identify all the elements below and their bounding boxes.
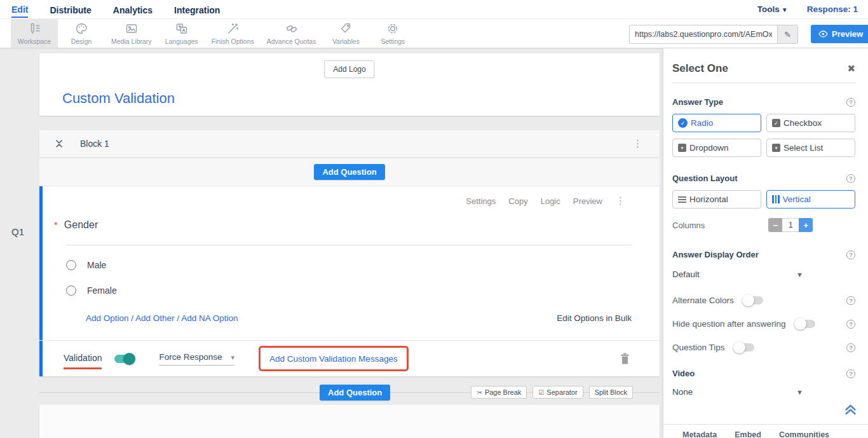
add-logo-button[interactable]: Add Logo (324, 60, 374, 78)
question-settings-link[interactable]: Settings (466, 196, 496, 206)
response-count-link[interactable]: Response: 1 (807, 4, 858, 14)
edit-options-in-bulk-link[interactable]: Edit Options in Bulk (557, 313, 632, 323)
columns-increment-button[interactable]: + (799, 218, 813, 232)
split-block-button[interactable]: Split Block (589, 386, 633, 399)
image-icon (125, 22, 139, 36)
question-text-row: * Gender (54, 219, 98, 231)
nav-tab-distribute[interactable]: Distribute (50, 2, 91, 17)
gear-icon (386, 22, 400, 36)
checkbox-icon: ✓ (772, 119, 780, 127)
caret-down-icon: ▼ (796, 388, 803, 396)
tab-communities[interactable]: Communities (779, 430, 829, 438)
help-icon[interactable]: ? (846, 343, 855, 352)
survey-footer-card (39, 405, 660, 438)
top-nav: Edit Distribute Analytics Integration To… (0, 0, 868, 19)
help-icon[interactable]: ? (846, 250, 855, 259)
validation-toggle[interactable] (114, 355, 133, 363)
close-panel-icon[interactable]: ✖ (847, 63, 855, 74)
panel-bottom-tabs: Metadata Embed Communities (663, 424, 868, 438)
pencil-icon: ✎ (784, 30, 791, 39)
toolbar-item-settings[interactable]: Settings (369, 19, 416, 48)
radio-icon[interactable] (66, 260, 76, 270)
add-custom-validation-messages-link[interactable]: Add Custom Validation Messages (269, 354, 398, 364)
panel-divider (672, 83, 855, 83)
video-dropdown[interactable]: None ▼ (672, 387, 803, 397)
block-container: Block 1 ⋮ Add Question Settings Copy Log… (39, 130, 660, 376)
layout-vertical[interactable]: Vertical (766, 190, 855, 209)
help-icon[interactable]: ? (846, 174, 855, 183)
block-tools: ✂Page Break ☑Separator Split Block (471, 386, 633, 399)
help-icon[interactable]: ? (846, 320, 855, 329)
nav-tab-integration[interactable]: Integration (174, 2, 220, 17)
add-option-link[interactable]: Add Option (86, 313, 129, 323)
question-menu-dots-icon[interactable]: ⋮ (616, 195, 625, 207)
top-nav-items: Edit Distribute Analytics Integration (0, 0, 220, 18)
question-copy-link[interactable]: Copy (508, 196, 527, 206)
editor-toolbar: Workspace Design Media Library Languages… (0, 19, 868, 48)
answer-display-order-dropdown[interactable]: Default ▼ (672, 270, 803, 279)
answer-type-radio[interactable]: ✓Radio (672, 114, 761, 132)
survey-url-input[interactable] (630, 25, 777, 43)
add-other-link[interactable]: Add Other (135, 313, 175, 323)
translate-icon (175, 22, 189, 36)
answer-type-options: ✓Radio ✓Checkbox ▾Dropdown ▾Select List (672, 114, 855, 157)
layout-horizontal[interactable]: Horizontal (672, 190, 761, 209)
delete-question-trash-icon[interactable] (620, 352, 630, 365)
alternate-colors-label: Alternate Colors (672, 296, 734, 305)
add-question-button-top[interactable]: Add Question (314, 164, 384, 180)
survey-header-card: Add Logo Custom Validation (39, 53, 660, 116)
toolbar-item-finish-options[interactable]: Finish Options (205, 19, 261, 48)
help-icon[interactable]: ? (846, 296, 855, 305)
nav-tab-analytics[interactable]: Analytics (113, 2, 153, 17)
answer-type-label: Answer Type (672, 97, 723, 107)
toolbar-item-workspace[interactable]: Workspace (11, 19, 58, 48)
answer-option-male[interactable]: Male (66, 260, 106, 270)
add-question-button-bottom[interactable]: Add Question (320, 385, 390, 400)
force-response-dropdown[interactable]: Force Response▾ (159, 352, 234, 366)
page-break-button[interactable]: ✂Page Break (471, 386, 527, 399)
question-tips-toggle[interactable] (735, 343, 754, 352)
question-preview-link[interactable]: Preview (573, 196, 602, 206)
question-settings-panel: Select One ✖ Answer Type ? ✓Radio ✓Check… (663, 48, 868, 438)
answer-type-dropdown[interactable]: ▾Dropdown (672, 139, 761, 157)
toolbar-item-languages[interactable]: Languages (158, 19, 205, 48)
columns-decrement-button[interactable]: − (768, 218, 782, 232)
tab-embed[interactable]: Embed (735, 430, 761, 438)
collapse-block-icon[interactable] (55, 139, 64, 149)
help-icon[interactable]: ? (846, 369, 855, 378)
nav-tab-edit[interactable]: Edit (11, 1, 28, 18)
hide-question-toggle[interactable] (796, 320, 815, 328)
toolbar-item-variables[interactable]: Variables (322, 19, 369, 48)
answer-type-select-list[interactable]: ▾Select List (766, 139, 855, 157)
survey-title[interactable]: Custom Validation (62, 90, 175, 107)
radio-icon[interactable] (66, 285, 76, 296)
question-layout-options: Horizontal Vertical (672, 190, 855, 209)
eye-icon (818, 31, 828, 38)
columns-value[interactable]: 1 (782, 218, 799, 232)
help-icon[interactable]: ? (846, 98, 855, 107)
question-text[interactable]: Gender (64, 219, 98, 231)
tools-dropdown[interactable]: Tools▼ (757, 4, 788, 14)
questionpro-survey-editor: Edit Distribute Analytics Integration To… (0, 0, 868, 438)
palette-icon (74, 22, 88, 36)
tab-metadata[interactable]: Metadata (682, 430, 717, 438)
toolbar-item-advance-quotas[interactable]: Advance Quotas (261, 19, 323, 48)
separator-button[interactable]: ☑Separator (532, 386, 583, 399)
required-asterisk: * (54, 219, 58, 230)
answer-type-checkbox[interactable]: ✓Checkbox (766, 114, 855, 132)
toolbar-item-design[interactable]: Design (58, 19, 105, 48)
add-na-option-link[interactable]: Add NA Option (181, 313, 238, 323)
block-title[interactable]: Block 1 (80, 139, 109, 149)
video-label: Video (672, 369, 695, 378)
preview-button[interactable]: Preview (811, 25, 868, 43)
question-logic-link[interactable]: Logic (541, 196, 560, 206)
answer-option-female[interactable]: Female (66, 285, 117, 296)
edit-url-button[interactable]: ✎ (777, 25, 797, 43)
add-question-strip: Add Question (39, 158, 660, 186)
scroll-to-top-icon[interactable] (844, 404, 857, 418)
alternate-colors-row: Alternate Colors ? (672, 296, 855, 305)
alternate-colors-toggle[interactable] (744, 296, 763, 305)
toolbar-item-media-library[interactable]: Media Library (105, 19, 158, 48)
horizontal-bars-icon (678, 196, 686, 203)
block-menu-dots-icon[interactable]: ⋮ (633, 138, 643, 149)
